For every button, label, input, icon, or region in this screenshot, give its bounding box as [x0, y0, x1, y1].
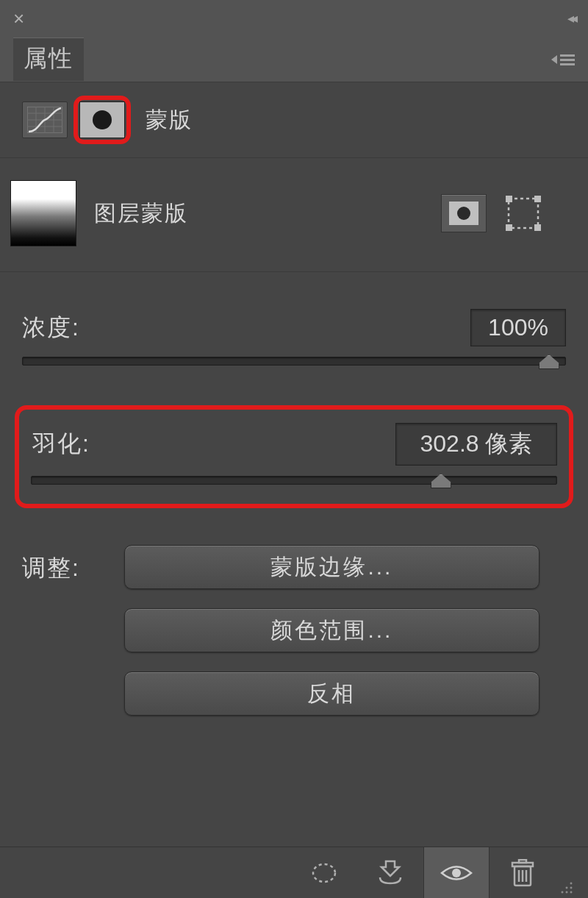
mask-tab-highlight [74, 96, 131, 144]
feather-value-field[interactable]: 302.8 像素 [395, 423, 557, 466]
svg-point-26 [562, 891, 564, 893]
panel-title-tab[interactable]: 属性 [13, 38, 84, 81]
load-selection-icon[interactable] [291, 847, 357, 899]
adjust-section: 调整: 蒙版边缘... 颜色范围... 反相 [0, 545, 588, 730]
svg-point-28 [570, 891, 573, 893]
svg-rect-11 [506, 196, 512, 202]
panel-top-bar: × ◂◂ [0, 0, 588, 37]
density-slider-handle[interactable] [539, 354, 559, 369]
svg-point-15 [313, 864, 335, 882]
svg-rect-10 [509, 199, 538, 228]
mask-icon [93, 110, 112, 129]
collapse-panel-icon[interactable]: ◂◂ [567, 10, 575, 26]
svg-rect-2 [560, 63, 575, 65]
svg-rect-14 [534, 224, 541, 231]
feather-slider[interactable] [31, 476, 557, 485]
mask-type-label: 图层蒙版 [94, 199, 188, 229]
svg-point-24 [566, 886, 568, 888]
pixel-mask-button[interactable] [441, 194, 487, 232]
panel-footer [0, 847, 588, 898]
feather-label: 羽化: [31, 428, 90, 460]
panel-menu-icon[interactable] [551, 52, 575, 67]
svg-point-16 [452, 869, 461, 877]
mask-thumbnail[interactable] [10, 180, 76, 246]
feather-slider-handle[interactable] [431, 474, 451, 488]
color-range-button[interactable]: 颜色范围... [124, 608, 539, 652]
adjustment-tab[interactable] [22, 101, 68, 138]
svg-point-25 [570, 886, 573, 888]
svg-rect-13 [506, 224, 512, 231]
density-label: 浓度: [22, 312, 80, 344]
svg-rect-12 [534, 196, 541, 202]
mask-info-row: 图层蒙版 [0, 158, 588, 272]
feather-control: 羽化: 302.8 像素 [31, 423, 557, 485]
svg-point-23 [570, 882, 573, 884]
svg-point-27 [566, 891, 568, 893]
density-value-field[interactable]: 100% [470, 309, 566, 346]
mask-edge-button[interactable]: 蒙版边缘... [124, 545, 539, 589]
svg-rect-22 [519, 860, 526, 863]
pixel-mask-icon [457, 207, 470, 220]
feather-highlight: 羽化: 302.8 像素 [15, 405, 573, 508]
mask-tab[interactable] [79, 101, 125, 138]
svg-rect-0 [560, 54, 575, 57]
resize-grip-icon[interactable] [556, 847, 575, 899]
apply-mask-icon[interactable] [357, 847, 423, 899]
close-icon[interactable]: × [13, 7, 24, 30]
toggle-visibility-icon[interactable] [423, 847, 490, 899]
density-control: 浓度: 100% [22, 309, 566, 366]
delete-mask-icon[interactable] [490, 847, 556, 899]
panel-tab-row: 属性 [0, 37, 588, 82]
mask-tab-label: 蒙版 [146, 105, 193, 135]
svg-rect-1 [560, 59, 575, 61]
adjust-label: 调整: [22, 545, 80, 585]
density-slider[interactable] [22, 357, 566, 366]
mask-type-section: 蒙版 [0, 82, 588, 158]
sliders-section: 浓度: 100% 羽化: 302.8 像素 [0, 272, 588, 545]
vector-mask-button[interactable] [504, 194, 542, 232]
invert-button[interactable]: 反相 [124, 671, 539, 716]
